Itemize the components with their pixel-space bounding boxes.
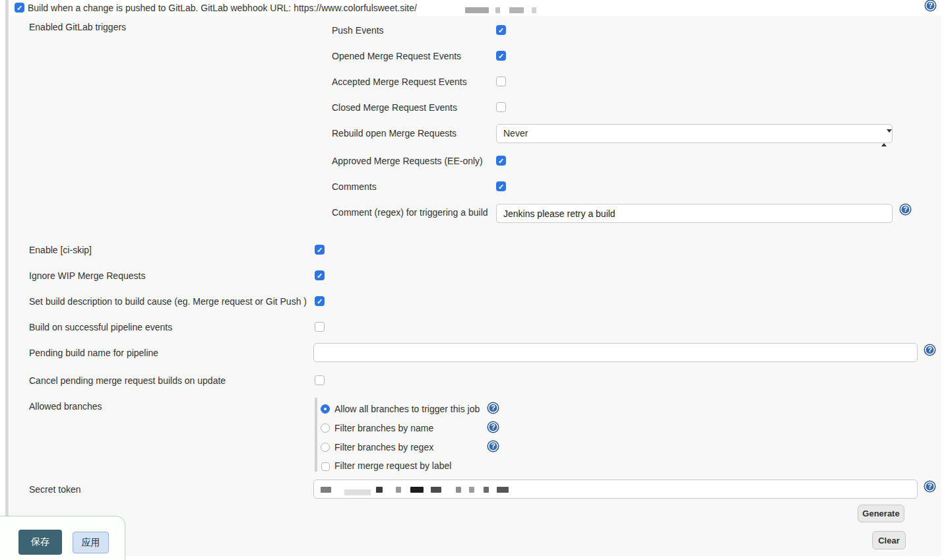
filter-mr-by-label-label: Filter merge request by label [334,460,451,472]
select-spinner-icon [881,129,887,147]
filter-branches-by-name-radio[interactable] [321,423,330,433]
ignore-wip-checkbox[interactable]: ✓ [315,270,325,280]
secret-token-input[interactable] [313,480,918,499]
help-icon[interactable]: ? [488,422,498,432]
accepted-mr-label: Accepted Merge Request Events [332,76,467,88]
successful-pipeline-checkbox[interactable] [315,322,325,332]
filter-mr-by-label-checkbox[interactable] [321,462,330,471]
comment-regex-input[interactable] [496,204,893,223]
allow-all-branches-radio[interactable] [321,404,330,414]
save-button[interactable]: 保存 [18,530,62,555]
push-events-checkbox[interactable]: ✓ [496,25,506,35]
radio-group-indent-bar [315,398,317,472]
check-icon: ✓ [497,51,505,60]
help-icon[interactable]: ? [925,482,935,491]
check-icon: ✓ [497,156,505,165]
rebuild-open-mr-select[interactable]: Never [496,124,893,143]
section-indent-bar [5,0,9,556]
pending-build-name-label: Pending build name for pipeline [29,347,158,359]
help-icon[interactable]: ? [900,204,910,214]
redacted-url-suffix [465,4,536,15]
check-icon: ✓ [497,182,505,191]
build-description-checkbox[interactable]: ✓ [315,296,325,306]
build-on-push-checkbox[interactable]: ✓ [15,3,24,13]
check-icon: ✓ [315,245,324,254]
filter-branches-by-regex-radio[interactable] [321,443,330,452]
help-icon[interactable]: ? [926,1,935,11]
pending-build-name-input[interactable] [313,343,918,362]
check-icon: ✓ [15,3,24,12]
comments-checkbox[interactable]: ✓ [496,181,506,191]
secret-token-label: Secret token [29,483,81,495]
generate-button[interactable]: Generate [858,505,904,522]
approved-mr-checkbox[interactable]: ✓ [496,156,506,166]
check-icon: ✓ [497,26,505,34]
check-icon: ✓ [315,271,324,280]
help-icon[interactable]: ? [488,441,498,451]
ci-skip-checkbox[interactable]: ✓ [315,245,325,255]
closed-mr-label: Closed Merge Request Events [332,102,457,113]
successful-pipeline-label: Build on successful pipeline events [29,321,172,333]
filter-branches-by-name-label: Filter branches by name [334,422,433,434]
approved-mr-label: Approved Merge Requests (EE-only) [332,155,483,167]
enabled-triggers-label: Enabled GitLab triggers [29,21,126,33]
gitlab-trigger-header-row: ✓ Build when a change is pushed to GitLa… [9,0,941,16]
cancel-pending-label: Cancel pending merge request builds on u… [29,375,226,387]
gitlab-trigger-header-label: Build when a change is pushed to GitLab.… [28,2,417,14]
build-description-label: Set build description to build cause (eg… [29,296,307,307]
gitlab-trigger-config-panel: Enabled GitLab triggers Push Events ✓ Op… [9,16,941,556]
opened-mr-label: Opened Merge Request Events [332,50,461,62]
apply-button[interactable]: 应用 [73,532,109,553]
ci-skip-label: Enable [ci-skip] [29,244,92,256]
redacted-secret-token [321,483,509,494]
allowed-branches-label: Allowed branches [29,400,102,412]
ignore-wip-label: Ignore WIP Merge Requests [29,270,145,282]
help-icon[interactable]: ? [925,345,935,355]
cancel-pending-checkbox[interactable] [315,375,325,385]
accepted-mr-checkbox[interactable] [496,77,506,86]
comment-regex-label: Comment (regex) for triggering a build [332,206,488,218]
help-icon[interactable]: ? [488,403,498,413]
rebuild-open-mr-selected-value: Never [503,128,528,139]
comments-label: Comments [332,181,377,193]
closed-mr-checkbox[interactable] [496,102,506,112]
save-apply-panel: 保存 应用 [0,516,125,560]
opened-mr-checkbox[interactable]: ✓ [496,51,506,61]
rebuild-open-mr-label: Rebuild open Merge Requests [332,127,456,139]
allow-all-branches-label: Allow all branches to trigger this job [334,403,480,415]
push-events-label: Push Events [332,24,384,36]
check-icon: ✓ [315,297,324,305]
filter-branches-by-regex-label: Filter branches by regex [334,441,433,453]
clear-button[interactable]: Clear [872,531,906,549]
